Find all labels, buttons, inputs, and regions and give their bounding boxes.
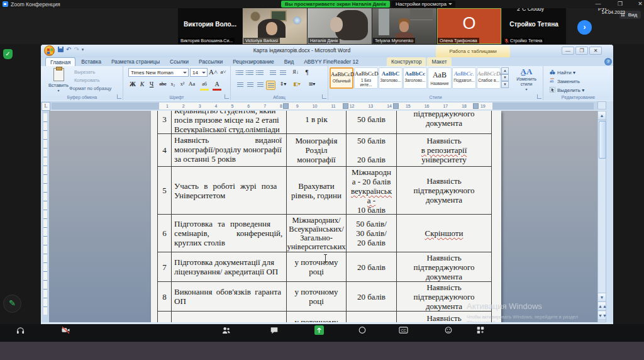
cell-number[interactable]: 6 <box>158 215 172 252</box>
participant-tile[interactable]: Tetyana Myronenko <box>372 8 436 44</box>
scroll-up-icon[interactable]: ▲ <box>598 111 606 120</box>
cell-indicator[interactable]: Підготовка та проведення семінарів, конф… <box>172 215 287 252</box>
cell-proof[interactable]: Наявність підтверджуючого документа <box>397 167 492 215</box>
cell-points[interactable]: 50 балів <box>347 111 397 134</box>
sort-button[interactable]: Я↓ <box>291 67 300 77</box>
participant-tile-active-speaker[interactable]: О Олена Трифонова <box>437 8 501 44</box>
style-chip[interactable]: AaBbCc.Подзагол... <box>452 67 476 89</box>
vertical-scrollbar[interactable]: ▲ ▼ ▲▲ ▼▼ <box>597 111 606 322</box>
style-chip[interactable]: AaBbCcDc1 Без инте... <box>354 67 378 89</box>
table-column-marker[interactable] <box>283 103 289 109</box>
tab-maket[interactable]: Макет <box>427 57 451 67</box>
office-button[interactable] <box>44 45 55 56</box>
table-row[interactable]: 4 Наявність виданої монографії/розділу м… <box>158 134 492 167</box>
table-column-marker[interactable] <box>343 103 348 109</box>
tab-vstavka[interactable]: Вставка <box>77 57 106 67</box>
table-row[interactable]: у поточному Наявність <box>158 312 492 322</box>
cell-number[interactable]: 3 <box>158 111 172 134</box>
align-center-button[interactable] <box>246 81 254 89</box>
tab-ssylki[interactable]: Ссылки <box>165 57 193 67</box>
font-color-button[interactable]: А <box>213 79 221 91</box>
document-area[interactable]: 3 Керівництво студентом, який посів приз… <box>49 111 597 322</box>
participant-tile[interactable]: Наталія Данік <box>308 8 372 44</box>
next-page-icon[interactable]: ▼▼ <box>598 312 606 320</box>
maximize-button[interactable]: ❐ <box>616 0 624 8</box>
cell-number[interactable]: 5 <box>158 167 172 215</box>
style-chip[interactable]: АаВНазвание <box>428 67 452 89</box>
table-column-marker[interactable] <box>473 103 479 109</box>
qat-dropdown-icon[interactable]: ▾ <box>82 47 84 52</box>
shrink-font-button[interactable]: а˅ <box>219 67 228 77</box>
scrollbar-thumb[interactable] <box>599 121 606 159</box>
strikethrough-button[interactable]: abc <box>158 79 167 89</box>
previous-page-icon[interactable]: ▲▲ <box>598 302 606 311</box>
cell-proof[interactable]: Наявність підтверджуючого документа <box>397 252 492 282</box>
minimize-button[interactable]: — <box>594 0 602 8</box>
table-column-marker[interactable] <box>393 103 399 109</box>
word-restore-button[interactable]: ❐ <box>575 47 588 55</box>
participant-tile[interactable]: Victoriya Barkasi <box>243 8 307 44</box>
cell-frequency[interactable]: у поточному <box>287 312 347 322</box>
table-row[interactable]: 8 Виконання обов'язків гаранта ОП у пото… <box>158 282 492 312</box>
show-marks-button[interactable]: ¶ <box>303 67 311 77</box>
cell-indicator[interactable]: Участь в роботі журі поза Університетом <box>172 167 287 215</box>
undo-button[interactable]: ↶ <box>66 47 71 52</box>
replace-button[interactable]: ab Заменить <box>550 78 580 84</box>
bullets-button[interactable] <box>236 69 244 77</box>
multilevel-list-button[interactable] <box>256 69 264 77</box>
align-right-button[interactable] <box>256 81 264 89</box>
align-left-button[interactable] <box>236 81 244 89</box>
numbering-button[interactable] <box>246 69 254 77</box>
find-button[interactable]: Найти ▾ <box>550 69 575 76</box>
highlight-button[interactable]: аб <box>200 79 209 91</box>
cell-indicator[interactable]: Керівництво студентом, який посів призов… <box>172 111 287 134</box>
participants-button[interactable] <box>221 326 231 334</box>
cell-number[interactable]: 8 <box>158 282 172 312</box>
join-audio-button[interactable] <box>16 326 25 334</box>
cell-indicator[interactable]: Підготовка документації для ліцензування… <box>172 252 287 282</box>
decrease-indent-button[interactable] <box>269 69 277 77</box>
cell-points[interactable]: 20 балів <box>347 282 397 312</box>
style-chip[interactable]: AaBbCcDcСлабое в... <box>477 67 501 89</box>
subscript-button[interactable]: x₂ <box>169 79 177 89</box>
weather-widget[interactable]: 2°C Cloudy <box>517 6 544 24</box>
tab-abbyy[interactable]: ABBYY FineReader 12 <box>299 57 363 67</box>
style-chip[interactable]: AaBbCЗаголово... <box>379 67 402 89</box>
record-button[interactable] <box>358 326 367 334</box>
dialog-launcher-icon[interactable] <box>322 94 326 99</box>
italic-button[interactable]: К <box>138 79 147 89</box>
cell-frequency[interactable]: у поточному році <box>287 282 347 312</box>
grow-font-button[interactable]: А˄ <box>209 67 218 77</box>
cell-points[interactable]: 50 балів/ 30 балів/ 20 балів <box>347 215 397 252</box>
document-table[interactable]: 3 Керівництво студентом, який посів приз… <box>157 111 492 322</box>
cell-points[interactable]: Міжнародн а - 20 балів веукраїнськ а - 1… <box>347 167 397 215</box>
word-minimize-button[interactable]: — <box>562 47 574 55</box>
cell-frequency[interactable]: Врахувати рівень, години <box>287 167 347 215</box>
cell-indicator[interactable]: Наявність виданої монографії/розділу мон… <box>172 134 287 167</box>
cell-points[interactable]: 20 балів <box>347 252 397 282</box>
cell-points[interactable] <box>347 312 397 322</box>
dialog-launcher-icon[interactable] <box>225 94 229 99</box>
cell-frequency[interactable]: Монографія Розділ монографії <box>287 134 347 167</box>
bold-button[interactable]: Ж <box>128 79 137 89</box>
tab-razmetka[interactable]: Разметка страницы <box>107 57 164 67</box>
styles-gallery-scroll[interactable]: ▲▼▼ <box>501 67 509 89</box>
redo-button[interactable]: ↷ <box>74 47 79 52</box>
cell-points[interactable]: 50 балів 20 балів <box>347 134 397 167</box>
table-row[interactable]: 5 Участь в роботі журі поза Університето… <box>158 167 492 215</box>
cell-number[interactable]: 7 <box>158 252 172 282</box>
view-settings-button[interactable]: Настройки просмотра <box>391 1 455 8</box>
cell-indicator[interactable]: Виконання обов'язків гаранта ОП <box>172 282 287 312</box>
cell-number[interactable] <box>158 312 172 322</box>
tab-selector[interactable]: L <box>42 102 50 111</box>
paste-button[interactable]: Вставить ▾ <box>47 68 70 92</box>
shading-button[interactable]: ◧▾ <box>292 79 301 89</box>
justify-button[interactable] <box>266 81 275 90</box>
chat-button[interactable] <box>270 326 279 334</box>
cell-proof[interactable]: Наявність в репозитарії університету <box>397 134 492 167</box>
dialog-launcher-icon[interactable] <box>117 94 121 99</box>
change-case-button[interactable]: Aa <box>187 79 196 89</box>
line-spacing-button[interactable]: ⇕▾ <box>279 79 287 89</box>
select-button[interactable]: Выделить ▾ <box>550 87 584 93</box>
reactions-button[interactable] <box>444 326 453 334</box>
